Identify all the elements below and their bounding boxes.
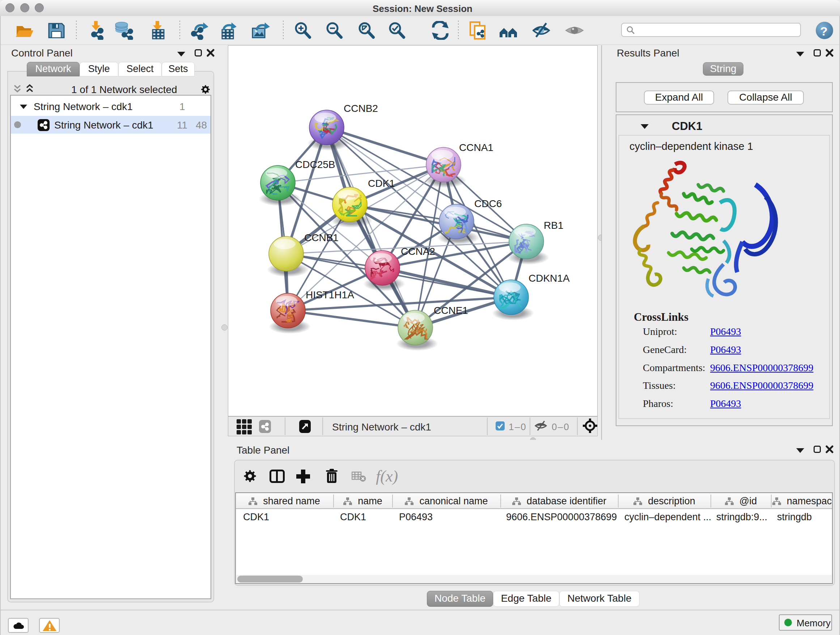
svg-text:CDKN1A: CDKN1A [529,272,570,284]
svg-text:CCNA1: CCNA1 [459,142,493,153]
svg-text:RB1: RB1 [544,220,563,231]
svg-text:CDC25B: CDC25B [295,159,335,170]
svg-text:CDK1: CDK1 [368,178,395,189]
svg-text:CCNA2: CCNA2 [401,246,435,257]
svg-text:HIST1H1A: HIST1H1A [306,289,354,301]
svg-text:CDC6: CDC6 [474,198,502,209]
svg-text:CCNB2: CCNB2 [344,103,378,114]
svg-text:CCNE1: CCNE1 [434,305,468,316]
svg-text:CCNB1: CCNB1 [304,232,339,243]
